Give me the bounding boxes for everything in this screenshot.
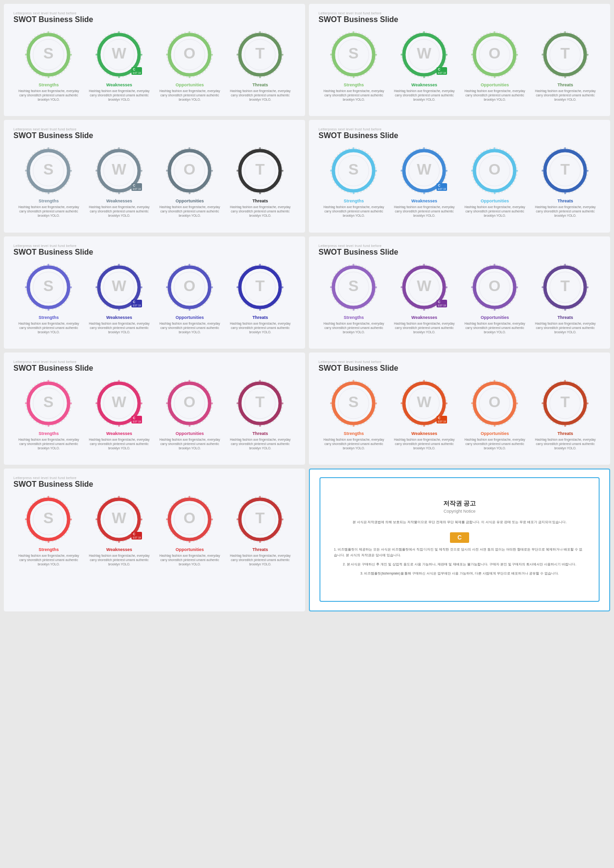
- svg-point-6: [70, 54, 72, 56]
- svg-point-35: [353, 31, 354, 33]
- swot-row: S Strengths Hashtag fashion axe fingerst…: [13, 495, 295, 566]
- svg-text:W: W: [417, 393, 432, 411]
- svg-text:S: S: [44, 393, 54, 411]
- svg-point-12: [118, 76, 120, 78]
- circle-o: O: [471, 147, 519, 195]
- circle-s: S: [330, 31, 378, 79]
- svg-point-38: [375, 54, 377, 56]
- svg-point-163: [353, 264, 354, 266]
- svg-point-164: [353, 309, 354, 311]
- svg-point-75: [118, 147, 120, 149]
- svg-text:O: O: [184, 277, 196, 294]
- svg-point-278: [211, 518, 213, 520]
- swot-item-s: S Strengths Hashtag fashion axe fingerst…: [16, 263, 81, 334]
- svg-point-93: [236, 170, 238, 172]
- svg-point-252: [564, 425, 566, 427]
- circle-w: W CEST 19: [400, 379, 448, 427]
- swot-item-o: O Opportunities Hashtag fashion axe fing…: [462, 31, 527, 102]
- svg-point-70: [70, 170, 72, 172]
- svg-point-148: [189, 309, 190, 311]
- svg-text:W: W: [112, 277, 127, 294]
- svg-point-94: [282, 170, 283, 172]
- swot-item-o: O Opportunities Hashtag fashion axe fing…: [462, 379, 527, 450]
- swot-body-s: Hashtag fashion axe fingerstache, everyd…: [16, 205, 81, 218]
- svg-point-46: [446, 54, 448, 56]
- svg-point-140: [118, 309, 120, 311]
- swot-label-w: Weaknesses: [106, 547, 132, 552]
- svg-point-243: [494, 380, 496, 382]
- swot-label-s: Strengths: [38, 199, 59, 203]
- slide-label: Letterpress next level trust fund before: [13, 128, 295, 131]
- svg-point-134: [70, 286, 72, 288]
- circle-o: O: [165, 147, 213, 195]
- svg-text:S: S: [44, 277, 54, 294]
- svg-point-286: [282, 518, 283, 520]
- swot-label-o: Opportunities: [481, 315, 509, 320]
- svg-point-198: [70, 402, 72, 404]
- svg-text:O: O: [184, 393, 196, 411]
- svg-point-30: [282, 54, 283, 56]
- circle-w: W CEST 19: [95, 495, 143, 543]
- svg-point-244: [494, 425, 496, 427]
- circle-w: W CEST 19: [95, 263, 143, 311]
- svg-point-174: [446, 286, 448, 288]
- circle-s: S: [330, 379, 378, 427]
- circle-o: O: [471, 379, 519, 427]
- svg-point-269: [95, 518, 97, 520]
- swot-label-w: Weaknesses: [412, 82, 437, 87]
- svg-point-131: [47, 264, 49, 266]
- svg-point-86: [211, 170, 213, 172]
- swot-label-o: Opportunities: [176, 547, 204, 552]
- swot-item-w: W CEST 19 Weaknesses Hashtag fashion axe…: [87, 495, 152, 566]
- circle-s: S: [24, 379, 72, 427]
- svg-text:W: W: [112, 509, 127, 527]
- swot-body-s: Hashtag fashion axe fingerstache, everyd…: [16, 89, 81, 102]
- svg-text:T: T: [561, 161, 570, 178]
- swot-label-s: Strengths: [343, 199, 364, 203]
- svg-point-44: [423, 76, 425, 78]
- swot-item-w: W CEST 19 Weaknesses Hashtag fashion axe…: [392, 147, 457, 218]
- swot-label-o: Opportunities: [481, 199, 509, 203]
- slide-slide-6: Letterpress next level trust fund before…: [309, 236, 610, 349]
- swot-body-w: Hashtag fashion axe fingerstache, everyd…: [392, 321, 457, 334]
- svg-point-99: [353, 147, 354, 149]
- svg-point-5: [25, 54, 27, 56]
- circle-o: O: [165, 31, 213, 79]
- svg-text:O: O: [489, 393, 501, 411]
- svg-point-37: [330, 54, 332, 56]
- circle-t: T: [236, 31, 284, 79]
- slide-title: SWOT Business Slide: [13, 15, 295, 24]
- svg-point-165: [330, 286, 332, 288]
- swot-item-s: S Strengths Hashtag fashion axe fingerst…: [16, 495, 81, 566]
- svg-point-195: [47, 380, 49, 382]
- slide-title: SWOT Business Slide: [319, 15, 601, 24]
- swot-body-o: Hashtag fashion axe fingerstache, everyd…: [462, 321, 527, 334]
- swot-body-o: Hashtag fashion axe fingerstache, everyd…: [462, 89, 527, 102]
- swot-body-w: Hashtag fashion axe fingerstache, everyd…: [392, 437, 457, 450]
- circle-o: O: [165, 263, 213, 311]
- svg-point-155: [259, 264, 261, 266]
- swot-item-t: T Threats Hashtag fashion axe fingerstac…: [533, 263, 598, 334]
- svg-point-141: [95, 286, 97, 288]
- svg-point-197: [25, 402, 27, 404]
- swot-label-t: Threats: [252, 315, 268, 320]
- svg-point-173: [401, 286, 402, 288]
- svg-point-268: [118, 541, 120, 543]
- swot-body-o: Hashtag fashion axe fingerstache, everyd…: [462, 437, 527, 450]
- circle-w: W CEST 19: [400, 263, 448, 311]
- swot-item-t: T Threats Hashtag fashion axe fingerstac…: [228, 147, 293, 218]
- swot-body-s: Hashtag fashion axe fingerstache, everyd…: [321, 89, 386, 102]
- swot-label-w: Weaknesses: [412, 199, 437, 203]
- copyright-para-3: 2. 본 서식은 구매하신 후 개인 및 상업적 용도로 사용 가능하나, 재판…: [343, 562, 577, 567]
- slide-slide-9: Letterpress next level trust fund before…: [4, 469, 305, 611]
- swot-item-t: T Threats Hashtag fashion axe fingerstac…: [533, 379, 598, 450]
- swot-item-o: O Opportunities Hashtag fashion axe fing…: [157, 31, 222, 102]
- svg-point-261: [25, 518, 27, 520]
- svg-text:T: T: [256, 45, 265, 62]
- swot-label-o: Opportunities: [481, 431, 509, 436]
- swot-item-o: O Opportunities Hashtag fashion axe fing…: [462, 263, 527, 334]
- swot-row: S Strengths Hashtag fashion axe fingerst…: [319, 263, 601, 334]
- svg-text:S: S: [349, 277, 359, 294]
- svg-point-101: [330, 170, 332, 172]
- svg-point-267: [118, 496, 120, 498]
